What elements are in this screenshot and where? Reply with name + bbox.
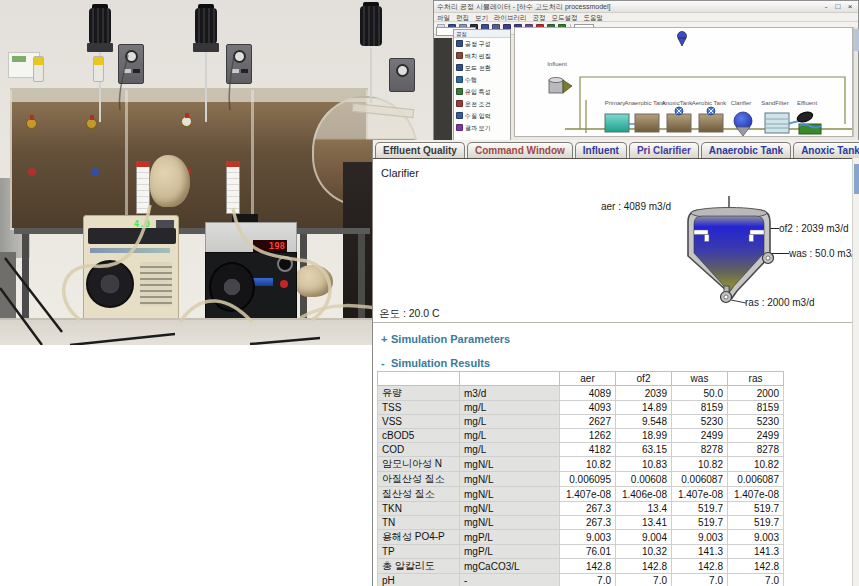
value-cell[interactable]: 7.0 [560, 574, 616, 586]
value-cell[interactable]: 519.7 [672, 516, 728, 530]
value-cell[interactable]: 1.406e-08 [616, 487, 672, 502]
value-cell[interactable]: 8159 [728, 401, 784, 415]
value-cell[interactable]: 9.004 [616, 530, 672, 545]
menu-item-도움말[interactable]: 도움말 [584, 14, 604, 21]
expand-icon[interactable]: + [381, 333, 391, 345]
value-cell[interactable]: 5230 [672, 415, 728, 429]
value-cell[interactable]: 519.7 [672, 502, 728, 516]
flowsheet-canvas[interactable] [514, 27, 853, 137]
value-cell[interactable]: 0.006087 [672, 472, 728, 487]
value-cell[interactable]: 10.82 [728, 457, 784, 472]
collapse-icon[interactable]: - [381, 357, 391, 369]
value-cell[interactable]: 14.89 [616, 401, 672, 415]
canvas-scrollbar[interactable] [853, 27, 858, 137]
value-cell[interactable]: 9.003 [728, 530, 784, 545]
value-cell[interactable]: 7.0 [672, 574, 728, 586]
window-titlebar[interactable]: 수처리 공정 시뮬레이터 - [하수 고도처리 processmodel] -□… [434, 1, 858, 13]
column-header-of2[interactable]: of2 [616, 372, 672, 386]
maximize-button[interactable]: □ [832, 1, 844, 12]
value-cell[interactable]: 142.8 [672, 559, 728, 574]
value-cell[interactable]: 2499 [672, 429, 728, 443]
value-cell[interactable]: 50.0 [672, 386, 728, 401]
value-cell[interactable]: 142.8 [728, 559, 784, 574]
value-cell[interactable]: 5230 [728, 415, 784, 429]
column-header-was[interactable]: was [672, 372, 728, 386]
value-cell[interactable]: 8278 [728, 443, 784, 457]
menu-item-공정[interactable]: 공정 [533, 14, 546, 21]
value-cell[interactable]: 2000 [728, 386, 784, 401]
value-cell[interactable]: 1.407e-08 [728, 487, 784, 502]
value-cell[interactable]: 18.99 [616, 429, 672, 443]
value-cell[interactable]: 9.548 [616, 415, 672, 429]
value-cell[interactable]: 519.7 [728, 516, 784, 530]
primary-unit-icon[interactable] [605, 114, 629, 132]
tab-anaerobic-tank[interactable]: Anaerobic Tank [701, 142, 791, 159]
sidebar-item-결과-보기[interactable]: 결과 보기 [454, 122, 510, 134]
sidebar-item-수행[interactable]: 수행 [454, 74, 510, 86]
value-cell[interactable]: 7.0 [728, 574, 784, 586]
sidebar-item-운전-조건[interactable]: 운전 조건 [454, 98, 510, 110]
value-cell[interactable]: 141.3 [728, 545, 784, 559]
tab-influent[interactable]: Influent [575, 142, 627, 159]
clarifier-unit-icon[interactable] [734, 112, 752, 136]
value-cell[interactable]: 142.8 [560, 559, 616, 574]
value-cell[interactable]: 63.15 [616, 443, 672, 457]
column-header-aer[interactable]: aer [560, 372, 616, 386]
value-cell[interactable]: 267.3 [560, 502, 616, 516]
sidebar-item-배치-편집[interactable]: 배치 편집 [454, 50, 510, 62]
value-cell[interactable]: 0.006087 [728, 472, 784, 487]
tab-effluent-quality[interactable]: Effluent Quality [375, 142, 465, 159]
value-cell[interactable]: 267.3 [560, 516, 616, 530]
minimize-button[interactable]: - [820, 1, 832, 12]
value-cell[interactable]: 13.41 [616, 516, 672, 530]
value-cell[interactable]: 2039 [616, 386, 672, 401]
value-cell[interactable]: 2499 [728, 429, 784, 443]
value-cell[interactable]: 76.01 [560, 545, 616, 559]
menu-item-모드설정[interactable]: 모드설정 [552, 14, 578, 21]
value-cell[interactable]: 142.8 [616, 559, 672, 574]
section-simulation-results[interactable]: -Simulation Results [381, 357, 490, 369]
value-cell[interactable]: 1.407e-08 [672, 487, 728, 502]
menu-item-라이브러리[interactable]: 라이브러리 [494, 14, 527, 21]
aerobic-tank-icon[interactable] [699, 114, 723, 132]
value-cell[interactable]: 10.82 [672, 457, 728, 472]
influent-unit-icon[interactable] [549, 78, 572, 94]
value-cell[interactable]: 8159 [672, 401, 728, 415]
anaerobic-tank-icon[interactable] [635, 114, 659, 132]
sidebar-item-유입-특성[interactable]: 유입 특성 [454, 86, 510, 98]
value-cell[interactable]: 9.003 [672, 530, 728, 545]
effluent-unit-icon[interactable] [796, 110, 821, 134]
value-cell[interactable]: 519.7 [728, 502, 784, 516]
close-button[interactable]: × [844, 1, 856, 12]
value-cell[interactable]: 4093 [560, 401, 616, 415]
value-cell[interactable]: 4089 [560, 386, 616, 401]
value-cell[interactable]: 4182 [560, 443, 616, 457]
panel-scrollbar[interactable] [852, 158, 859, 586]
value-cell[interactable]: 8278 [672, 443, 728, 457]
anoxic-tank-icon[interactable] [667, 114, 691, 132]
menu-item-파일[interactable]: 파일 [437, 14, 450, 21]
column-header-ras[interactable]: ras [728, 372, 784, 386]
menu-item-보기[interactable]: 보기 [475, 14, 488, 21]
value-cell[interactable]: 9.003 [560, 530, 616, 545]
value-cell[interactable]: 0.00608 [616, 472, 672, 487]
value-cell[interactable]: 1262 [560, 429, 616, 443]
value-cell[interactable]: 7.0 [616, 574, 672, 586]
menu-item-편집[interactable]: 편집 [456, 14, 469, 21]
value-cell[interactable]: 1.407e-08 [560, 487, 616, 502]
tab-pri-clarifier[interactable]: Pri Clarifier [629, 142, 699, 159]
sidebar-item-공정-구성[interactable]: 공정 구성 [454, 38, 510, 50]
section-simulation-parameters[interactable]: +Simulation Parameters [381, 333, 510, 345]
tab-anoxic-tank[interactable]: Anoxic Tank [793, 142, 859, 159]
sandfilter-unit-icon[interactable] [765, 113, 789, 133]
value-cell[interactable]: 13.4 [616, 502, 672, 516]
tab-command-window[interactable]: Command Window [467, 142, 573, 159]
value-cell[interactable]: 0.006095 [560, 472, 616, 487]
value-cell[interactable]: 10.32 [616, 545, 672, 559]
sidebar-item-모드-전환[interactable]: 모드 전환 [454, 62, 510, 74]
value-cell[interactable]: 2627 [560, 415, 616, 429]
value-cell[interactable]: 10.82 [560, 457, 616, 472]
value-cell[interactable]: 141.3 [672, 545, 728, 559]
value-cell[interactable]: 10.83 [616, 457, 672, 472]
sidebar-item-수질-입력[interactable]: 수질 입력 [454, 110, 510, 122]
